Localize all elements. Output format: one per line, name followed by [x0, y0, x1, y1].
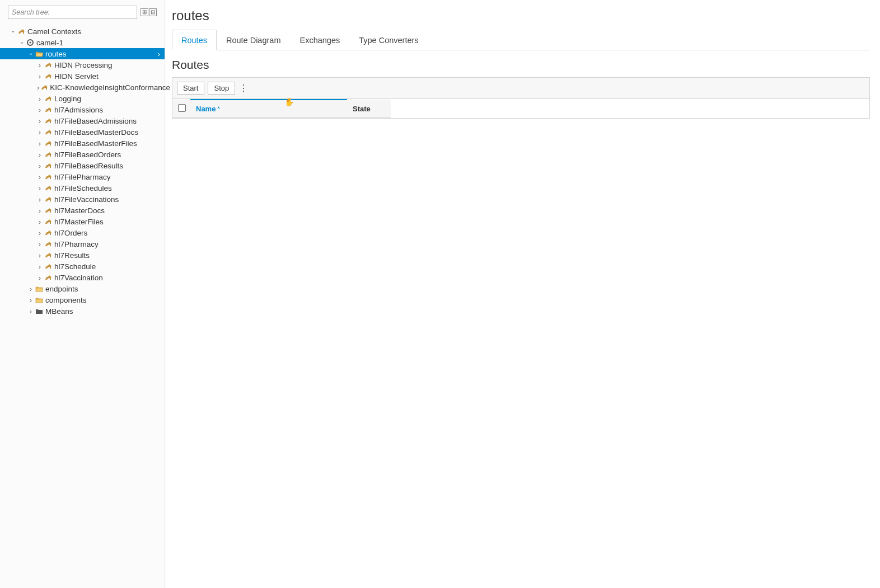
table-container: Start Stop ⋮ Name˄State [172, 77, 870, 119]
camel-icon [44, 206, 53, 214]
tree-node-route[interactable]: hl7FileBasedResults [0, 160, 165, 171]
expand-all-icon[interactable]: ⊞ [141, 8, 148, 16]
caret-icon[interactable] [37, 162, 43, 170]
caret-icon[interactable] [37, 106, 43, 114]
tree-label: hl7FileBasedAdmissions [54, 117, 137, 125]
caret-icon[interactable] [37, 173, 43, 181]
caret-icon[interactable] [37, 95, 43, 103]
tree-label: hl7Vaccination [54, 274, 103, 282]
caret-icon[interactable] [28, 285, 34, 293]
tree-node-route[interactable]: hl7FileBasedMasterFiles [0, 138, 165, 149]
collapse-all-icon[interactable]: ⊟ [149, 8, 157, 16]
caret-icon[interactable] [37, 72, 43, 81]
tree-node[interactable]: components [0, 294, 165, 305]
tree-node-route[interactable]: HIDN Servlet [0, 70, 165, 82]
tree-node-route[interactable]: hl7Pharmacy [0, 238, 165, 250]
tree-node-route[interactable]: hl7FileBasedAdmissions [0, 115, 165, 126]
folder-open-icon [35, 285, 44, 293]
tree-label: hl7FileBasedMasterDocs [54, 128, 138, 137]
tree-node-route[interactable]: hl7Vaccination [0, 272, 165, 283]
tree-node-route[interactable]: hl7Schedule [0, 261, 165, 272]
caret-icon[interactable] [37, 150, 43, 159]
folder-icon [35, 307, 44, 315]
column-header[interactable]: Name˄ [190, 100, 347, 118]
caret-icon[interactable] [37, 206, 43, 215]
tree-node-camel-1[interactable]: camel-1 [0, 37, 165, 48]
caret-icon[interactable] [37, 83, 39, 92]
tree-node-route[interactable]: hl7FileBasedOrders [0, 149, 165, 160]
tree-node-route[interactable]: hl7FileVaccinations [0, 194, 165, 205]
tab[interactable]: Routes [172, 30, 217, 50]
camel-icon [44, 128, 53, 136]
caret-icon[interactable] [37, 195, 43, 204]
camel-icon [44, 139, 53, 147]
tree-label: hl7FileVaccinations [54, 195, 119, 204]
tree-node-route[interactable]: HIDN Processing [0, 59, 165, 70]
caret-icon[interactable] [37, 229, 43, 237]
sidebar: ⊞ ⊟ Camel Contexts camel-1 routes › HIDN… [0, 0, 165, 588]
caret-icon[interactable] [37, 240, 43, 248]
caret-icon[interactable] [28, 51, 34, 57]
tree-node-route[interactable]: Logging [0, 93, 165, 104]
camel-icon [44, 150, 53, 158]
tree-node[interactable]: endpoints [0, 283, 165, 294]
caret-icon[interactable] [37, 128, 43, 137]
tree-node-route[interactable]: KIC-KnowledgeInsightConformance [0, 82, 165, 93]
camel-icon [44, 195, 53, 203]
tree-node-route[interactable]: hl7FileSchedules [0, 182, 165, 194]
tree-node-route[interactable]: hl7FileBasedMasterDocs [0, 126, 165, 138]
kebab-menu-icon[interactable]: ⋮ [238, 83, 249, 93]
caret-icon[interactable] [28, 307, 34, 316]
tree-node-route[interactable]: hl7Orders [0, 227, 165, 238]
caret-icon[interactable] [10, 29, 16, 35]
caret-icon[interactable] [37, 274, 43, 282]
tree: Camel Contexts camel-1 routes › HIDN Pro… [0, 23, 165, 317]
tree-node-camel-contexts[interactable]: Camel Contexts [0, 26, 165, 37]
sort-asc-icon: ˄ [217, 106, 220, 112]
chevron-right-icon: › [158, 50, 160, 58]
camel-icon [44, 106, 53, 114]
tree-node-route[interactable]: hl7MasterDocs [0, 205, 165, 216]
tab[interactable]: Route Diagram [217, 30, 291, 50]
tree-node-route[interactable]: hl7FilePharmacy [0, 171, 165, 182]
start-button[interactable]: Start [177, 82, 204, 95]
caret-icon[interactable] [37, 218, 43, 226]
tree-search-input[interactable] [8, 6, 137, 19]
caret-icon[interactable] [37, 117, 43, 125]
camel-icon [40, 83, 48, 91]
tree-label: hl7MasterFiles [54, 218, 104, 226]
caret-icon[interactable] [19, 40, 25, 46]
tree-node[interactable]: MBeans [0, 305, 165, 317]
caret-icon[interactable] [37, 61, 43, 69]
tree-node-route[interactable]: hl7Admissions [0, 104, 165, 115]
stop-button[interactable]: Stop [208, 82, 235, 95]
tree-label: HIDN Servlet [54, 72, 99, 81]
tree-node-route[interactable]: hl7Results [0, 250, 165, 261]
caret-icon[interactable] [28, 296, 34, 304]
toolbar: Start Stop ⋮ [172, 78, 869, 99]
tab[interactable]: Exchanges [290, 30, 349, 50]
tree-label: hl7FileSchedules [54, 184, 112, 192]
tree-label: KIC-KnowledgeInsightConformance [50, 83, 170, 92]
caret-icon[interactable] [37, 184, 43, 192]
tree-label: HIDN Processing [54, 61, 113, 69]
select-all-checkbox[interactable] [178, 104, 186, 112]
caret-icon[interactable] [37, 139, 43, 148]
tree-label: hl7Orders [54, 229, 87, 237]
caret-icon[interactable] [37, 251, 43, 260]
tree-node-routes[interactable]: routes › [0, 48, 165, 59]
main-panel: routes RoutesRoute DiagramExchangesType … [165, 0, 880, 588]
tree-label: hl7Results [54, 251, 90, 260]
tab[interactable]: Type Converters [349, 30, 428, 50]
camel-icon [44, 173, 53, 181]
column-header[interactable]: State [347, 100, 391, 118]
tree-label: camel-1 [36, 39, 63, 47]
tree-label: hl7MasterDocs [54, 206, 105, 215]
camel-icon [44, 262, 53, 270]
camel-icon [44, 251, 53, 259]
camel-icon [44, 95, 53, 102]
tree-label: hl7FileBasedResults [54, 162, 123, 170]
caret-icon[interactable] [37, 262, 43, 271]
tree-node-route[interactable]: hl7MasterFiles [0, 216, 165, 227]
tree-label: Camel Contexts [27, 27, 81, 36]
